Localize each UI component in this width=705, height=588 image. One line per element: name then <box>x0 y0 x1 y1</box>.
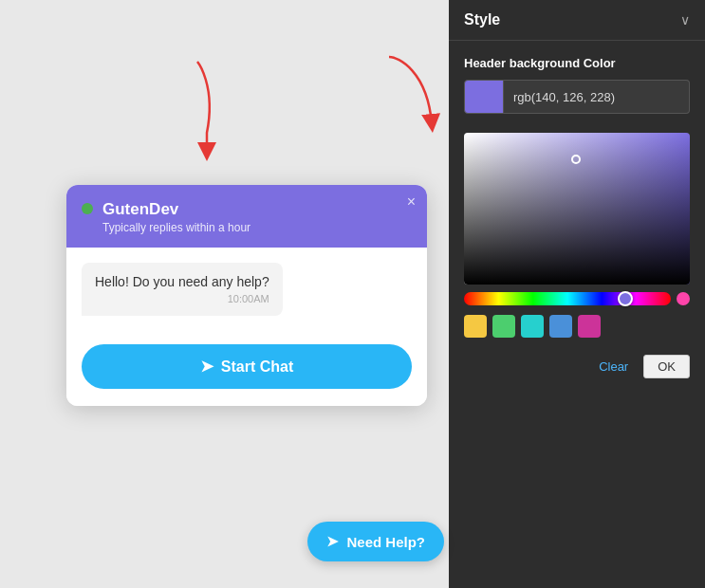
arrow-2-icon <box>370 52 446 147</box>
hue-thumb[interactable] <box>618 291 633 306</box>
need-help-send-icon: ➤ <box>326 533 339 550</box>
clear-button[interactable]: Clear <box>591 356 636 377</box>
right-panel: Style ∨ Header background Color rgb(140,… <box>449 0 705 588</box>
preset-yellow[interactable] <box>464 315 487 338</box>
chat-header: GutenDev Typically replies within a hour… <box>66 185 427 248</box>
hue-slider[interactable] <box>464 292 671 305</box>
hue-slider-row <box>464 292 690 305</box>
start-chat-label: Start Chat <box>221 358 293 376</box>
close-button[interactable]: × <box>407 194 416 210</box>
color-section: Header background Color rgb(140, 126, 22… <box>449 41 705 133</box>
chat-widget: GutenDev Typically replies within a hour… <box>66 185 427 406</box>
arrow-1-icon <box>169 57 226 171</box>
send-icon: ➤ <box>200 357 213 377</box>
start-chat-button[interactable]: ➤ Start Chat <box>82 344 412 389</box>
chat-body: Hello! Do you need any help? 10:00AM <box>66 248 427 333</box>
color-value-row: rgb(140, 126, 228) <box>464 80 690 114</box>
color-value-text[interactable]: rgb(140, 126, 228) <box>504 80 690 114</box>
need-help-button[interactable]: ➤ Need Help? <box>307 522 444 561</box>
online-status-dot <box>82 203 93 214</box>
picker-cursor[interactable] <box>571 155 581 164</box>
panel-header: Style ∨ <box>449 0 705 41</box>
color-picker[interactable] <box>464 133 690 305</box>
panel-title: Style <box>464 11 500 28</box>
chat-footer: ➤ Start Chat <box>66 333 427 406</box>
gradient-canvas[interactable] <box>464 133 690 285</box>
message-time: 10:00AM <box>95 293 269 304</box>
alpha-slider[interactable] <box>677 292 690 305</box>
color-swatch[interactable] <box>464 80 504 114</box>
preset-teal[interactable] <box>521 315 544 338</box>
chat-header-text: GutenDev Typically replies within a hour <box>102 200 412 234</box>
chat-name: GutenDev <box>102 200 412 219</box>
ok-button[interactable]: OK <box>643 355 690 378</box>
message-text: Hello! Do you need any help? <box>95 274 269 289</box>
chevron-down-icon[interactable]: ∨ <box>680 12 690 28</box>
message-bubble: Hello! Do you need any help? 10:00AM <box>82 263 283 316</box>
preset-blue[interactable] <box>549 315 572 338</box>
preset-colors <box>464 315 690 338</box>
chat-subtitle: Typically replies within a hour <box>102 221 412 234</box>
preset-pink[interactable] <box>578 315 601 338</box>
picker-actions: Clear OK <box>449 347 705 386</box>
section-label: Header background Color <box>464 56 690 70</box>
need-help-label: Need Help? <box>346 534 425 550</box>
preset-green[interactable] <box>492 315 515 338</box>
